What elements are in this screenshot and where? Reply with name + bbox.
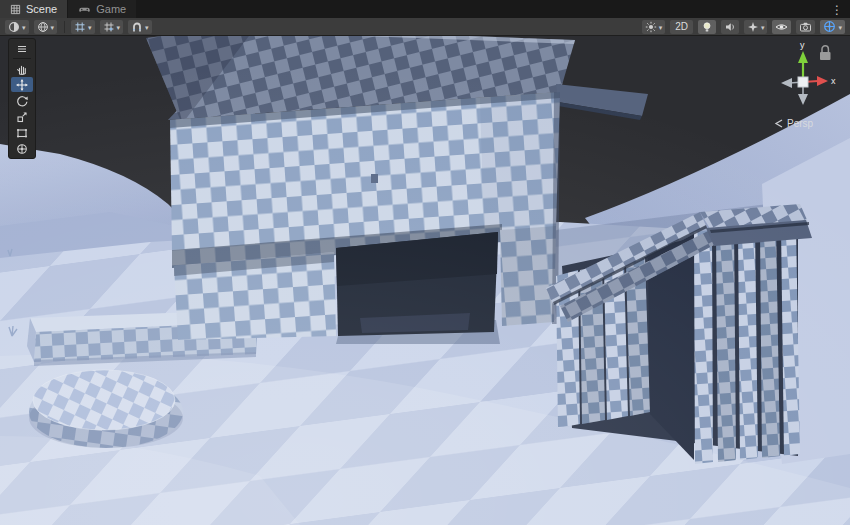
scene-grid-icon bbox=[10, 4, 21, 15]
orientation-gizmo-icon bbox=[823, 20, 836, 33]
gizmos-orientation-dropdown[interactable]: ▾ bbox=[820, 20, 845, 34]
scale-tool-button[interactable] bbox=[11, 109, 33, 124]
lighting-toggle[interactable] bbox=[698, 20, 716, 34]
tab-game[interactable]: Game bbox=[68, 0, 136, 18]
move-tool-button[interactable] bbox=[11, 77, 33, 92]
dropdown-caret: ▾ bbox=[88, 24, 92, 31]
transform-tool-button[interactable] bbox=[11, 141, 33, 156]
visibility-toggle[interactable] bbox=[772, 20, 791, 34]
svg-text:y: y bbox=[800, 40, 805, 50]
dropdown-caret: ▾ bbox=[22, 24, 26, 31]
gizmo-projection-toggle[interactable]: Persp bbox=[776, 118, 814, 129]
dropdown-caret: ▾ bbox=[117, 24, 121, 31]
tools-overlay bbox=[8, 38, 36, 159]
grid-visibility-dropdown[interactable]: ▾ bbox=[71, 20, 95, 34]
overlay-menu-button[interactable] bbox=[11, 41, 33, 56]
dropdown-caret: ▾ bbox=[838, 24, 842, 31]
gizmo-center-cube[interactable] bbox=[798, 77, 808, 87]
rect-icon bbox=[16, 127, 28, 139]
rotate-icon bbox=[16, 95, 28, 107]
toolstrip-separator bbox=[13, 58, 31, 59]
move-icon bbox=[16, 79, 28, 91]
scene-canvas[interactable] bbox=[0, 36, 850, 525]
draw-mode-dropdown[interactable]: ▾ bbox=[5, 20, 29, 34]
2d-toggle-label: 2D bbox=[673, 22, 690, 32]
dropdown-caret: ▾ bbox=[659, 24, 663, 31]
transform-icon bbox=[16, 143, 28, 155]
scene-lighting-effects-dropdown[interactable]: ▾ bbox=[642, 20, 666, 34]
orientation-gizmo: y x Persp bbox=[760, 38, 846, 142]
rotate-tool-button[interactable] bbox=[11, 93, 33, 108]
effects-dropdown[interactable]: ▾ bbox=[744, 20, 768, 34]
rect-tool-button[interactable] bbox=[11, 125, 33, 140]
wire-globe-icon bbox=[37, 21, 49, 33]
scene-view-toolbar: ▾ ▾ ▾ ▾ bbox=[0, 18, 850, 36]
dropdown-caret: ▾ bbox=[145, 24, 149, 31]
magnet-icon bbox=[131, 21, 143, 33]
light-overlay bbox=[0, 36, 850, 525]
hamburger-icon bbox=[16, 43, 28, 55]
hand-tool-button[interactable] bbox=[11, 61, 33, 76]
eye-icon bbox=[775, 21, 788, 33]
grid-icon bbox=[74, 21, 86, 33]
toolbar-separator bbox=[64, 21, 65, 33]
scene-viewport[interactable]: y x Persp bbox=[0, 36, 850, 525]
snap-grid-icon bbox=[103, 21, 115, 33]
tab-options-kebab-icon[interactable]: ⋮ bbox=[824, 0, 850, 18]
svg-text:x: x bbox=[831, 76, 836, 86]
camera-button[interactable] bbox=[796, 20, 815, 34]
snap-magnet-dropdown[interactable]: ▾ bbox=[128, 20, 152, 34]
tab-game-label: Game bbox=[96, 3, 126, 15]
shaded-sphere-icon bbox=[8, 21, 20, 33]
speaker-icon bbox=[724, 21, 736, 33]
hand-icon bbox=[16, 63, 28, 75]
tab-scene-label: Scene bbox=[26, 3, 57, 15]
tab-scene[interactable]: Scene bbox=[0, 0, 67, 18]
shading-globe-dropdown[interactable]: ▾ bbox=[34, 20, 58, 34]
audio-toggle[interactable] bbox=[721, 20, 739, 34]
scale-icon bbox=[16, 111, 28, 123]
gamepad-icon bbox=[78, 4, 91, 15]
camera-icon bbox=[799, 21, 812, 33]
svg-text:Persp: Persp bbox=[787, 118, 814, 129]
unity-editor-window: Scene Game ⋮ ▾ ▾ bbox=[0, 0, 850, 525]
gizmo-axis-y[interactable]: y bbox=[798, 40, 808, 82]
snap-grid-dropdown[interactable]: ▾ bbox=[100, 20, 124, 34]
2d-toggle[interactable]: 2D bbox=[670, 20, 693, 34]
view-tabbar: Scene Game ⋮ bbox=[0, 0, 850, 18]
gizmo-lock-icon[interactable] bbox=[820, 46, 831, 60]
sun-icon bbox=[645, 21, 657, 33]
sparkle-effects-icon bbox=[747, 21, 759, 33]
dropdown-caret: ▾ bbox=[51, 24, 55, 31]
light-bulb-icon bbox=[701, 21, 713, 33]
dropdown-caret: ▾ bbox=[761, 24, 765, 31]
